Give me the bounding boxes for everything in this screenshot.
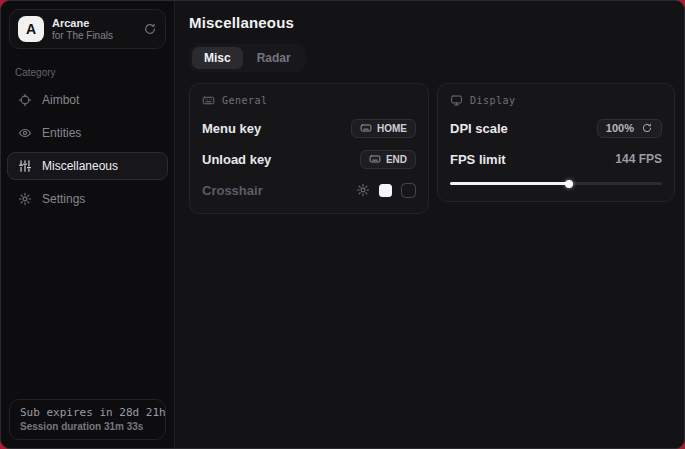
fps-limit-row: FPS limit 144 FPS [450,149,662,169]
sidebar-item-settings[interactable]: Settings [7,185,168,213]
eye-icon [18,126,32,140]
dpi-scale-row: DPI scale 100% [450,118,662,138]
dpi-scale-selector[interactable]: 100% [597,119,662,138]
gear-icon [18,192,32,206]
sidebar-nav: Aimbot Entities Miscella [1,86,174,213]
keyboard-icon [202,94,215,107]
app-logo: A [18,16,44,42]
cycle-icon [641,122,653,134]
panels-row: General Menu key HOME [189,83,675,214]
tab-radar[interactable]: Radar [245,47,303,69]
unload-key-value: END [386,154,407,165]
category-label: Category [15,67,160,78]
menu-key-label: Menu key [202,121,261,136]
sidebar-item-label: Miscellaneous [42,159,118,173]
app-window: A Arcane for The Finals Category [0,0,685,449]
crosshair-checkbox[interactable] [401,183,416,198]
menu-key-value: HOME [377,123,407,134]
sidebar-item-label: Aimbot [42,93,79,107]
fps-slider-fill [450,182,569,185]
subscription-info-card: Sub expires in 28d 21h Session duration … [9,399,166,440]
brand-title: Arcane [52,17,135,29]
sidebar-item-entities[interactable]: Entities [7,119,168,147]
session-duration-text: Session duration 31m 33s [20,421,155,432]
unload-key-label: Unload key [202,152,271,167]
general-panel-header: General [202,94,416,107]
menu-key-row: Menu key HOME [202,118,416,138]
display-panel-header: Display [450,94,662,107]
sidebar-item-label: Entities [42,126,81,140]
general-panel-title: General [222,95,268,106]
dpi-scale-label: DPI scale [450,121,508,136]
fps-slider-thumb[interactable] [565,180,573,188]
dpi-scale-value: 100% [606,122,634,134]
sidebar-item-miscellaneous[interactable]: Miscellaneous [7,152,168,180]
crosshair-row: Crosshair [202,180,416,200]
brand-text: Arcane for The Finals [52,17,135,41]
refresh-icon[interactable] [143,22,157,36]
display-panel-title: Display [470,95,516,106]
main-content: Miscellaneous Misc Radar General [175,1,685,448]
sidebar-item-label: Settings [42,192,85,206]
brand-card: A Arcane for The Finals [9,9,166,49]
brand-subtitle: for The Finals [52,30,135,41]
unload-key-row: Unload key END [202,149,416,169]
crosshair-icon [18,93,32,107]
monitor-icon [450,94,463,107]
sidebar-item-aimbot[interactable]: Aimbot [7,86,168,114]
crosshair-label: Crosshair [202,183,263,198]
tab-bar: Misc Radar [189,44,306,72]
fps-limit-slider[interactable] [450,178,662,188]
fps-limit-value: 144 FPS [615,152,662,166]
display-panel: Display DPI scale 100% [437,83,675,202]
page-title: Miscellaneous [189,14,675,31]
crosshair-controls [356,183,416,198]
sliders-icon [18,159,32,173]
tab-misc[interactable]: Misc [192,47,243,69]
unload-key-bind-button[interactable]: END [360,150,416,169]
crosshair-color-swatch[interactable] [379,184,392,197]
keyboard-icon [369,153,381,165]
gear-icon[interactable] [356,183,370,197]
general-panel: General Menu key HOME [189,83,429,214]
keyboard-icon [360,122,372,134]
sub-expires-text: Sub expires in 28d 21h [20,406,155,419]
menu-key-bind-button[interactable]: HOME [351,119,416,138]
fps-limit-label: FPS limit [450,152,506,167]
sidebar: A Arcane for The Finals Category [1,1,175,448]
